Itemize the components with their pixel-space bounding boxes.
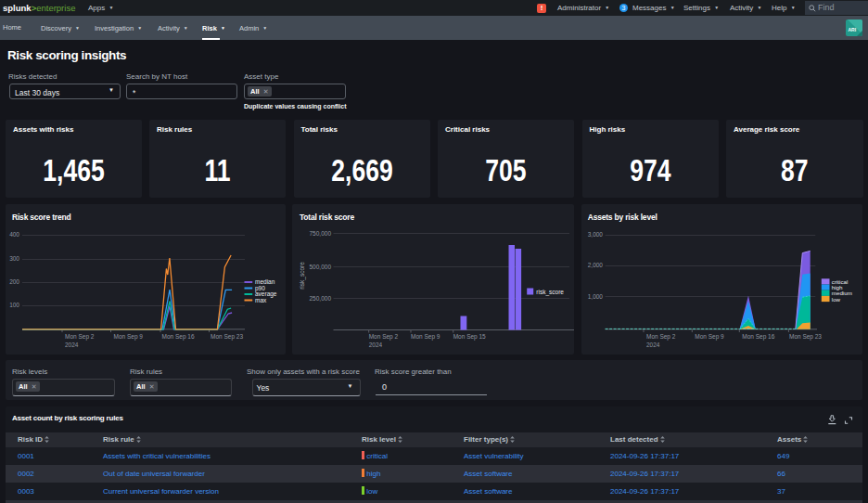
svg-text:low: low <box>831 295 840 302</box>
svg-text:100: 100 <box>9 302 19 308</box>
svg-text:300: 300 <box>9 255 19 262</box>
svg-text:2024: 2024 <box>646 341 660 347</box>
svg-text:Mon Sep 9: Mon Sep 9 <box>695 332 724 340</box>
svg-text:Mon Sep 23: Mon Sep 23 <box>789 332 822 340</box>
svg-text:max: max <box>255 296 267 303</box>
svg-text:250,000: 250,000 <box>310 295 332 302</box>
svg-text:400: 400 <box>9 231 19 238</box>
svg-text:500,000: 500,000 <box>310 264 332 270</box>
svg-text:risk_score: risk_score <box>536 288 564 295</box>
svg-text:Mon Sep 2: Mon Sep 2 <box>646 332 676 340</box>
svg-text:Mon Sep 16: Mon Sep 16 <box>162 333 195 341</box>
svg-text:Mon Sep 2: Mon Sep 2 <box>65 333 95 341</box>
svg-text:Mon Sep 9: Mon Sep 9 <box>411 333 440 341</box>
svg-text:risk_score: risk_score <box>299 261 306 289</box>
svg-text:Mon Sep 2: Mon Sep 2 <box>369 333 399 341</box>
svg-text:Mon Sep 23: Mon Sep 23 <box>211 333 243 341</box>
svg-text:3,000: 3,000 <box>587 231 603 238</box>
svg-text:Mon Sep 15: Mon Sep 15 <box>453 333 486 341</box>
svg-text:2,000: 2,000 <box>587 262 603 268</box>
svg-text:2024: 2024 <box>369 342 383 348</box>
svg-text:Mon Sep 9: Mon Sep 9 <box>114 333 144 341</box>
svg-text:750,000: 750,000 <box>310 230 332 237</box>
svg-text:200: 200 <box>9 277 19 284</box>
svg-text:2024: 2024 <box>65 342 79 348</box>
svg-text:1,000: 1,000 <box>587 292 603 299</box>
svg-text:Mon Sep 16: Mon Sep 16 <box>742 332 774 340</box>
